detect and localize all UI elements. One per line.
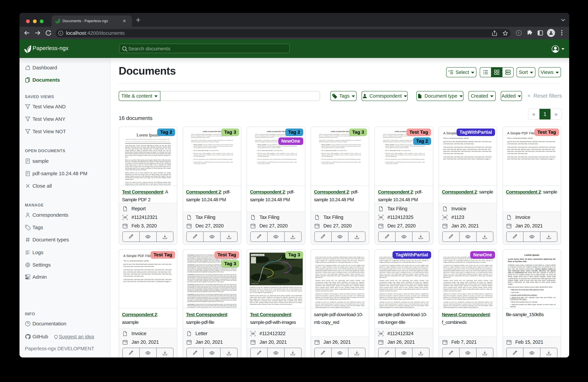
svg-text:Boundary Waters Trip: Boundary Waters Trip (252, 255, 263, 256)
svg-text:Google Earth: Google Earth (251, 283, 258, 284)
